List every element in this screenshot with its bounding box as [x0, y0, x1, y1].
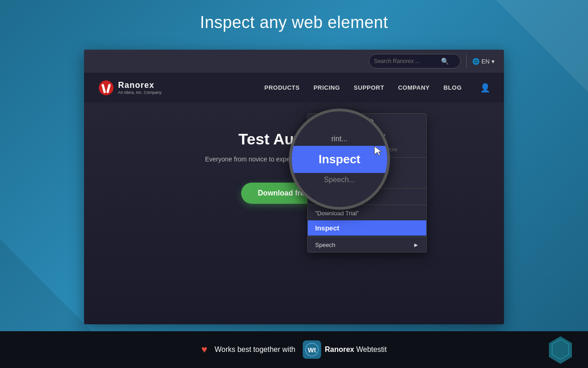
divider: [466, 54, 467, 68]
navbar: Ranorex An Idera, Inc. Company PRODUCTS …: [84, 73, 504, 103]
logo-sub: An Idera, Inc. Company: [118, 90, 162, 95]
submenu-arrow: ►: [413, 242, 419, 248]
nav-links: PRODUCTS PRICING SUPPORT COMPANY BLOG 👤: [264, 83, 490, 93]
svg-text:Wt: Wt: [308, 346, 316, 354]
logo-icon: [98, 80, 114, 96]
magnifier-content: rint... Inspect Speech...: [292, 111, 387, 207]
speech-label: Speech: [315, 242, 335, 248]
globe-icon: 🌐: [472, 58, 480, 65]
svg-point-0: [99, 80, 113, 95]
context-menu-divider-4: [308, 236, 426, 237]
chevron-down-icon: ▾: [492, 58, 495, 65]
logo-name: Ranorex: [118, 80, 162, 90]
magnifier-print: rint...: [331, 132, 348, 146]
magnifier-inspect: Inspect: [292, 146, 387, 173]
nav-support[interactable]: SUPPORT: [354, 84, 384, 91]
nav-blog[interactable]: BLOG: [443, 84, 462, 91]
bottom-bar: ♥ Works best together with Wt Ranorex We…: [0, 331, 588, 368]
page-title: Inspect any web element: [0, 13, 588, 32]
webtestit-logo-icon: Wt: [303, 340, 321, 359]
bottom-right-icon: [547, 334, 574, 366]
context-menu-item-inspect[interactable]: Inspect: [308, 220, 426, 236]
browser-topbar: 🔍 🌐 EN ▾: [84, 50, 504, 73]
context-menu-item-download-trial[interactable]: "Download Trial": [308, 206, 426, 220]
search-icon: 🔍: [441, 58, 449, 65]
decorative-triangle-bottom: [0, 239, 92, 331]
nav-products[interactable]: PRODUCTS: [264, 84, 300, 91]
webtestit-brand: Ranorex Webtestit: [325, 345, 387, 354]
lang-selector[interactable]: 🌐 EN ▾: [472, 58, 495, 65]
browser-window: 🔍 🌐 EN ▾ Ranorex An Idera, Inc. Company …: [84, 50, 504, 324]
context-menu-item-speech[interactable]: Speech ►: [308, 238, 426, 252]
logo[interactable]: Ranorex An Idera, Inc. Company: [98, 80, 162, 96]
user-icon[interactable]: 👤: [480, 83, 490, 93]
search-bar[interactable]: 🔍: [369, 54, 461, 69]
logo-text: Ranorex An Idera, Inc. Company: [118, 80, 162, 95]
bottom-works-text: Works best together with: [215, 345, 295, 354]
webtestit-product: Webtestit: [356, 345, 386, 353]
magnifier-overlay: rint... Inspect Speech...: [289, 109, 390, 210]
nav-company[interactable]: COMPANY: [398, 84, 430, 91]
lang-label: EN: [481, 58, 490, 65]
nav-pricing[interactable]: PRICING: [313, 84, 340, 91]
bottom-logo-container[interactable]: Wt Ranorex Webtestit: [303, 340, 387, 359]
heart-icon: ♥: [201, 344, 207, 356]
search-input[interactable]: [374, 58, 438, 64]
magnifier-speech: Speech...: [324, 173, 355, 187]
